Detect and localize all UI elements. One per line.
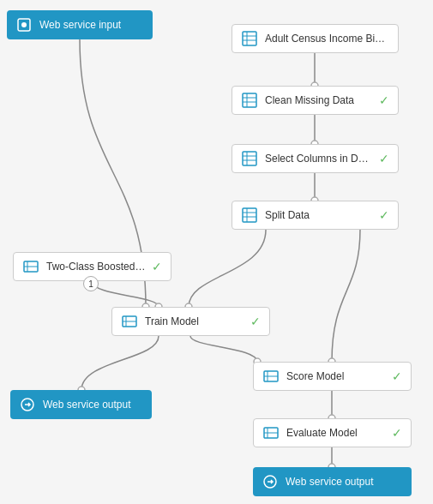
web-service-output-1-label: Web service output xyxy=(43,399,143,411)
two-class-label: Two-Class Boosted Decision ... xyxy=(46,261,147,273)
two-class-icon xyxy=(22,258,39,275)
clean-missing-label: Clean Missing Data xyxy=(265,94,374,106)
web-service-output-1-node[interactable]: Web service output xyxy=(10,390,152,419)
select-columns-check: ✓ xyxy=(379,152,389,165)
score-model-icon xyxy=(262,368,280,385)
split-data-check: ✓ xyxy=(379,208,389,222)
split-data-label: Split Data xyxy=(265,209,374,221)
web-output-1-icon xyxy=(19,396,36,413)
split-data-icon xyxy=(241,207,258,224)
svg-point-12 xyxy=(21,22,27,27)
score-model-node[interactable]: Score Model ✓ xyxy=(253,362,412,391)
evaluate-model-check: ✓ xyxy=(392,426,402,440)
train-model-check: ✓ xyxy=(250,315,261,328)
web-service-input-node[interactable]: Web service input xyxy=(7,10,153,39)
evaluate-model-label: Evaluate Model xyxy=(286,427,387,439)
select-columns-icon xyxy=(241,150,258,167)
train-model-node[interactable]: Train Model ✓ xyxy=(111,307,270,336)
adult-census-label: Adult Census Income Binary ... xyxy=(265,33,389,45)
svg-rect-21 xyxy=(243,152,256,165)
score-model-check: ✓ xyxy=(392,369,402,383)
select-columns-label: Select Columns in Dataset xyxy=(265,153,374,165)
web-service-output-2-label: Web service output xyxy=(286,476,403,488)
two-class-badge: 1 xyxy=(83,276,99,291)
clean-missing-data-node[interactable]: Clean Missing Data ✓ xyxy=(232,86,399,115)
evaluate-model-node[interactable]: Evaluate Model ✓ xyxy=(253,418,412,447)
select-columns-node[interactable]: Select Columns in Dataset ✓ xyxy=(232,144,399,173)
web-output-2-icon xyxy=(262,473,279,490)
evaluate-model-icon xyxy=(262,424,280,441)
svg-rect-25 xyxy=(243,208,256,222)
clean-icon xyxy=(241,92,258,109)
web-service-input-label: Web service input xyxy=(39,19,144,31)
clean-missing-check: ✓ xyxy=(379,93,389,107)
train-model-icon xyxy=(121,313,138,330)
svg-rect-13 xyxy=(243,32,256,45)
dataset-icon xyxy=(241,30,258,47)
split-data-node[interactable]: Split Data ✓ xyxy=(232,201,399,230)
svg-rect-17 xyxy=(243,93,256,107)
train-model-label: Train Model xyxy=(145,315,245,327)
web-service-output-2-node[interactable]: Web service output xyxy=(253,467,412,496)
adult-census-node[interactable]: Adult Census Income Binary ... xyxy=(232,24,399,53)
two-class-check: ✓ xyxy=(152,260,162,273)
score-model-label: Score Model xyxy=(286,370,387,382)
diagram-canvas: Web service input Adult Census Income Bi… xyxy=(0,0,433,504)
web-input-icon xyxy=(15,16,33,33)
